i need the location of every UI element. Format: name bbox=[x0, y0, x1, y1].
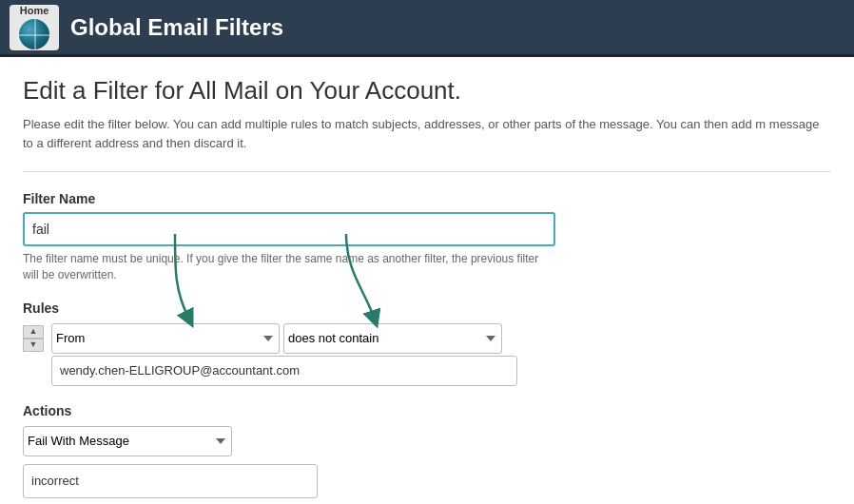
rule-up-btn[interactable]: ▲ bbox=[23, 325, 44, 339]
rule-row-selects: ▲ ▼ From To Subject Body does not contai… bbox=[23, 323, 831, 354]
globe-icon bbox=[19, 19, 49, 49]
page-heading: Edit a Filter for All Mail on Your Accou… bbox=[23, 76, 831, 106]
nav-page-title: Global Email Filters bbox=[70, 14, 283, 41]
action-select[interactable]: Fail With Message Deliver to Folder Forw… bbox=[23, 426, 232, 456]
actions-label: Actions bbox=[23, 403, 831, 418]
rule-down-btn[interactable]: ▼ bbox=[23, 339, 44, 352]
rule-value-row bbox=[23, 356, 831, 386]
condition-select[interactable]: does not contain contains equals begins … bbox=[283, 323, 502, 354]
rules-section: Rules ▲ ▼ From bbox=[23, 300, 831, 386]
home-label: Home bbox=[20, 5, 49, 16]
filter-name-label: Filter Name bbox=[23, 191, 831, 206]
action-message-input[interactable] bbox=[23, 464, 318, 498]
filter-name-section: Filter Name The filter name must be uniq… bbox=[23, 191, 831, 283]
divider bbox=[23, 171, 831, 172]
actions-section: Actions Fail With Message Deliver to Fol… bbox=[23, 403, 831, 498]
top-navigation: Home Global Email Filters bbox=[0, 0, 854, 57]
rule-value-input[interactable] bbox=[51, 356, 517, 386]
filter-name-input[interactable] bbox=[23, 212, 555, 246]
filter-name-hint: The filter name must be unique. If you g… bbox=[23, 251, 555, 283]
page-description: Please edit the filter below. You can ad… bbox=[23, 115, 831, 152]
home-button[interactable]: Home bbox=[10, 5, 59, 50]
main-content: Edit a Filter for All Mail on Your Accou… bbox=[0, 57, 854, 504]
rules-label: Rules bbox=[23, 300, 831, 316]
from-select[interactable]: From To Subject Body bbox=[51, 323, 280, 354]
rule-arrows: ▲ ▼ bbox=[23, 325, 44, 352]
